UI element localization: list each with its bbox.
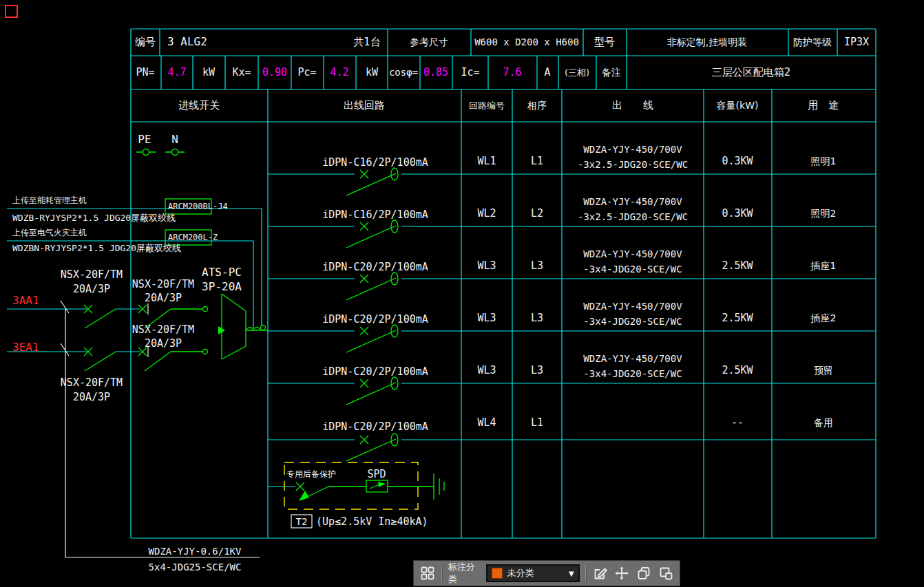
incoming-breaker-rating: 20A/3P bbox=[73, 392, 110, 403]
row-use: 预留 bbox=[814, 365, 833, 375]
row-capacity: 2.5KW bbox=[722, 313, 753, 323]
row-cable2: -3x2.5-JDG20-SCE/WC bbox=[578, 160, 688, 169]
chevron-down-icon: ▼ bbox=[569, 570, 574, 577]
row-cable2: -3x2.5-JDG20-SCE/WC bbox=[578, 212, 688, 222]
ats-rating: 3P-20A bbox=[202, 281, 242, 292]
row-breaker: iDPN-C20/2P/100mA bbox=[322, 422, 428, 432]
category-color-swatch bbox=[492, 568, 503, 579]
earth-symbol bbox=[388, 473, 444, 500]
row-use: 插座2 bbox=[811, 313, 837, 323]
ats-feed-breaker-model: NSX-20F/TM bbox=[132, 325, 194, 335]
kx-label: Kx= bbox=[232, 67, 251, 78]
energy-monitor-cable: WDZB-RYJYSP2*1.5 JDG20屏蔽双绞线 bbox=[12, 213, 176, 222]
model-value: 非标定制,挂墙明装 bbox=[667, 37, 747, 47]
spd-type-label: T2 bbox=[296, 517, 308, 526]
row-cable2: -3x4-JDG20-SCE/WC bbox=[583, 369, 682, 378]
size-label: 参考尺寸 bbox=[410, 37, 448, 47]
row-use: 备用 bbox=[814, 418, 833, 427]
arcm-device2-label: ARCM200L-Z bbox=[168, 233, 218, 242]
note-value: 三层公区配电箱2 bbox=[712, 67, 791, 78]
ip-label: 防护等级 bbox=[793, 37, 832, 47]
row-cable1: WDZA-YJY-450/700V bbox=[583, 354, 682, 363]
feed-cable-line1: WDZA-YJY-0.6/1KV bbox=[149, 546, 242, 556]
source-bottom-label: 3EA1 bbox=[12, 342, 39, 353]
panel-qty: 共1台 bbox=[353, 37, 381, 47]
fire-monitor-note: 上传至电气火灾主机 bbox=[12, 228, 87, 237]
ic-label: Ic= bbox=[461, 67, 479, 78]
row-circuit: WL2 bbox=[477, 209, 496, 219]
row-capacity: 2.5KW bbox=[722, 365, 753, 376]
pc-label: Pc= bbox=[297, 67, 316, 78]
ats-feed-breaker-rating: 20A/3P bbox=[145, 339, 182, 349]
energy-monitor-note: 上传至能耗管理主机 bbox=[12, 196, 87, 204]
row-use: 插座1 bbox=[811, 261, 837, 270]
feed-cable-line2: 5x4-JDG25-SCE/WC bbox=[149, 562, 242, 572]
model-label: 型号 bbox=[594, 37, 615, 47]
row-phase: L1 bbox=[531, 156, 543, 167]
toolbar-separator bbox=[441, 565, 443, 581]
kx-value: 0.90 bbox=[262, 67, 287, 78]
pc-value: 4.2 bbox=[330, 67, 348, 78]
row-capacity: 0.3KW bbox=[722, 209, 753, 219]
source-top-label: 3AA1 bbox=[12, 295, 39, 306]
category-dropdown-value: 未分类 bbox=[507, 567, 565, 579]
note-label: 备注 bbox=[602, 67, 621, 77]
spd-backup-label: 专用后备保护 bbox=[286, 470, 336, 478]
row-phase: L3 bbox=[531, 313, 543, 323]
ats-feed-breaker-rating: 20A/3P bbox=[145, 293, 182, 303]
pe-label: PE bbox=[138, 134, 151, 145]
fire-monitor-cable: WDZBN-RYJYSP2*1.5 JDG20屏蔽双绞线 bbox=[12, 244, 181, 253]
row-phase: L1 bbox=[531, 418, 543, 428]
col-circuit-no: 回路编号 bbox=[469, 101, 505, 110]
row-capacity: 2.5KW bbox=[722, 261, 753, 271]
incoming-breaker-top bbox=[84, 305, 116, 328]
toolbar-separator bbox=[585, 565, 587, 581]
incoming-breaker-model: NSX-20F/TM bbox=[61, 378, 123, 388]
grid-icon[interactable] bbox=[419, 564, 436, 583]
schematic-drawing bbox=[0, 0, 924, 587]
row-circuit: WL3 bbox=[477, 365, 496, 376]
incoming-breaker-bottom bbox=[84, 348, 116, 371]
ip-value: IP3X bbox=[844, 37, 869, 47]
row-capacity: -- bbox=[731, 418, 744, 428]
row-breaker: iDPN-C16/2P/100mA bbox=[322, 158, 428, 168]
size-value: W600 x D200 x H600 bbox=[474, 37, 579, 47]
edit-icon[interactable] bbox=[592, 564, 609, 583]
paste-icon[interactable] bbox=[658, 564, 674, 583]
incoming-breaker-model: NSX-20F/TM bbox=[61, 270, 123, 280]
arcm-device1-label: ARCM200BL-J4 bbox=[168, 202, 228, 211]
annotation-toolbar: 标注分类 未分类 ▼ bbox=[413, 560, 680, 586]
category-dropdown[interactable]: 未分类 ▼ bbox=[486, 564, 579, 582]
cos-label: cosφ= bbox=[389, 67, 418, 77]
copy-icon[interactable] bbox=[636, 564, 652, 583]
category-label: 标注分类 bbox=[448, 561, 481, 586]
row-breaker: iDPN-C20/2P/100mA bbox=[322, 314, 428, 325]
spd-params: (Up≤2.5kV In≥40kA) bbox=[316, 517, 428, 527]
col-phase: 相序 bbox=[527, 100, 547, 110]
move-icon[interactable] bbox=[613, 564, 630, 583]
row-use: 照明2 bbox=[811, 209, 837, 218]
row-breaker: iDPN-C20/2P/100mA bbox=[322, 367, 428, 377]
row-phase: L3 bbox=[531, 261, 543, 271]
phase-type: (三相) bbox=[565, 68, 589, 77]
ic-unit: A bbox=[544, 67, 550, 78]
col-outgoing: 出线回路 bbox=[344, 100, 385, 111]
row-cable1: WDZA-YJY-450/700V bbox=[583, 301, 682, 311]
row-capacity: 0.3KW bbox=[722, 156, 753, 167]
col-capacity: 容量(kW) bbox=[717, 100, 759, 110]
row-circuit: WL3 bbox=[477, 313, 496, 323]
pn-unit: kW bbox=[202, 67, 215, 78]
row-breaker: iDPN-C16/2P/100mA bbox=[322, 210, 428, 220]
row-use: 照明1 bbox=[811, 156, 837, 166]
pn-label: PN= bbox=[136, 67, 154, 78]
cos-value: 0.85 bbox=[423, 67, 448, 78]
ats-model: ATS-PC bbox=[202, 267, 242, 278]
row-cable1: WDZA-YJY-450/700V bbox=[583, 249, 682, 259]
row-cable2: -3x4-JDG20-SCE/WC bbox=[583, 317, 682, 326]
row-cable1: WDZA-YJY-450/700V bbox=[583, 145, 682, 154]
row-circuit: WL1 bbox=[477, 156, 496, 167]
col-purpose: 用 途 bbox=[808, 100, 839, 111]
row-circuit: WL3 bbox=[477, 261, 496, 271]
ic-value: 7.6 bbox=[503, 67, 521, 78]
pc-unit: kW bbox=[366, 67, 378, 78]
